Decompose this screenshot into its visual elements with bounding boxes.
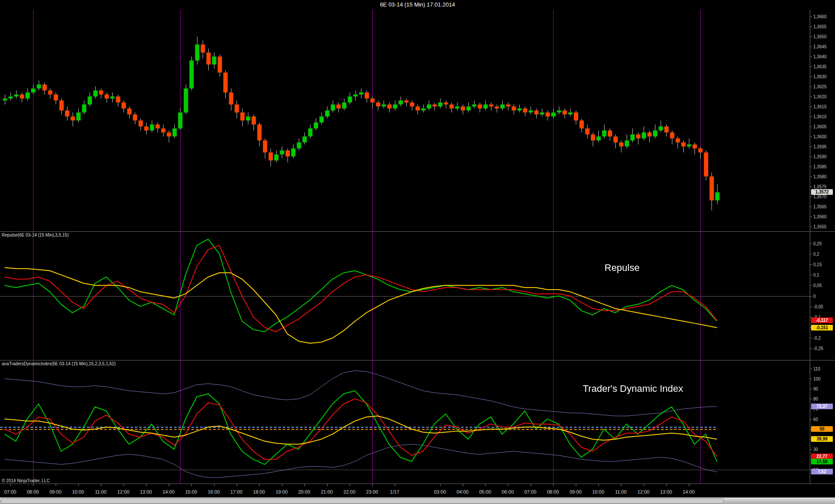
time-axis-tick — [508, 484, 508, 486]
time-axis-tick — [259, 484, 260, 486]
time-axis-tick — [531, 484, 531, 486]
axis-tick — [810, 244, 812, 244]
axis-label: 1,3560 — [813, 214, 827, 219]
time-axis-tick — [327, 484, 327, 486]
time-axis-tick — [576, 484, 576, 486]
axis-tick — [810, 207, 812, 207]
time-axis-label: 1/17 — [390, 489, 399, 494]
time-axis-tick — [395, 484, 395, 486]
repulse-parameters-label: Repulse(6E 03-14 (15 Min),3,5,15) — [2, 233, 69, 237]
time-axis-label: 14:00 — [163, 489, 175, 494]
time-axis-label: 19:00 — [276, 489, 288, 494]
axis-tick — [810, 389, 812, 389]
axis-tick — [810, 348, 812, 349]
time-axis-label: 15:00 — [185, 489, 197, 494]
time-axis-label: 13:00 — [140, 489, 152, 494]
tdi-panel: anaTradersDynamicIndex(6E 03-14 (15 Min)… — [0, 360, 835, 484]
time-axis-label: 08:00 — [27, 489, 39, 494]
chart-title: 6E 03-14 (15 Min) 17.01.2014 — [0, 0, 835, 10]
time-axis-tick — [553, 484, 554, 486]
price-panel: 1,36601,36551,36501,36451,36401,36351,36… — [0, 10, 835, 231]
value-badge: 17,58 — [811, 459, 833, 464]
time-axis-label: 08:00 — [547, 489, 559, 494]
time-axis-tick — [372, 484, 373, 486]
value-badge: -0,151 — [811, 325, 833, 330]
axis-tick — [810, 227, 812, 227]
axis-tick — [810, 97, 812, 97]
time-axis-label: 21:00 — [321, 489, 333, 494]
time-axis-label: 23:00 — [366, 489, 378, 494]
axis-tick — [810, 187, 812, 187]
time-axis-tick — [304, 484, 305, 486]
time-axis-label: 10:00 — [72, 489, 84, 494]
time-axis-label: 13:00 — [660, 489, 672, 494]
time-axis-label: 10:00 — [592, 489, 605, 494]
axis-label: 1,3575 — [813, 184, 827, 189]
axis-label: 90 — [813, 387, 818, 391]
time-axis-label: 05:00 — [479, 489, 491, 494]
time-axis-label: 17:00 — [230, 489, 243, 494]
time-axis-label: 14:00 — [683, 489, 695, 494]
axis-tick — [810, 17, 812, 17]
time-axis-tick — [237, 484, 237, 486]
time-axis-label: 22:00 — [344, 489, 356, 494]
repulse-axis[interactable]: 0,250,20,150,10,050-0,05-0,1-0,15-0,2-0,… — [810, 232, 835, 360]
value-badge: 39,99 — [811, 436, 833, 442]
axis-label: 1,3600 — [813, 134, 827, 139]
value-badge: -0,117 — [811, 317, 833, 323]
axis-label: 1,3605 — [813, 124, 827, 129]
axis-tick — [810, 147, 812, 147]
axis-label: 1,3580 — [813, 174, 827, 179]
axis-label: 0,1 — [813, 273, 819, 277]
axis-tick — [810, 197, 812, 197]
value-badge: 72,37 — [811, 404, 833, 409]
tdi-axis[interactable]: 11010090807060504030201072,375039,9922,7… — [810, 360, 835, 484]
axis-tick — [810, 254, 812, 254]
scrollbar-thumb[interactable] — [1, 498, 724, 504]
repulse-panel: Repulse(6E 03-14 (15 Min),3,5,15) Repuls… — [0, 231, 835, 360]
axis-tick — [810, 338, 812, 338]
repulse-indicator-canvas[interactable] — [0, 232, 810, 360]
axis-label: -0,05 — [813, 304, 823, 309]
axis-label: 1,3570 — [813, 194, 827, 199]
time-axis-tick — [621, 484, 621, 486]
time-axis-label: 18:00 — [253, 489, 265, 494]
tdi-indicator-canvas[interactable] — [0, 360, 810, 484]
axis-label: 1,3595 — [813, 144, 827, 149]
time-axis-label: 03:00 — [434, 489, 446, 494]
axis-label: 1,3585 — [813, 164, 827, 169]
axis-tick — [810, 87, 812, 87]
axis-label: 30 — [813, 447, 818, 452]
axis-label: 1,3645 — [813, 44, 827, 49]
axis-label: 0,05 — [813, 283, 822, 288]
time-axis-label: 09:00 — [570, 489, 582, 494]
axis-tick — [810, 419, 812, 420]
value-badge: 22,77 — [811, 454, 833, 459]
copyright-label: © 2014 NinjaTrader, LLC — [2, 478, 50, 483]
time-axis-tick — [101, 484, 101, 486]
tdi-watermark-label: Trader's Dynamic Index — [583, 383, 683, 394]
axis-label: 0,25 — [813, 241, 822, 246]
candlestick-chart-canvas[interactable] — [0, 10, 810, 231]
axis-label: 1,3590 — [813, 154, 827, 159]
horizontal-scrollbar[interactable] — [0, 497, 835, 504]
time-axis-label: 11:00 — [615, 489, 627, 494]
time-axis-label: 06:00 — [502, 489, 514, 494]
axis-label: 1,3660 — [813, 14, 827, 19]
axis-tick — [810, 47, 812, 47]
time-axis-label: 07:00 — [4, 489, 17, 494]
axis-label: 0,15 — [813, 262, 822, 267]
time-axis-tick — [350, 484, 350, 486]
time-axis-tick — [214, 484, 214, 486]
axis-label: 1,3610 — [813, 114, 827, 119]
time-axis-label: 16:00 — [208, 489, 220, 494]
time-axis-tick — [666, 484, 667, 486]
time-axis-tick — [124, 484, 124, 486]
axis-label: 1,3630 — [813, 74, 827, 79]
axis-label: 1,3625 — [813, 84, 827, 89]
axis-tick — [810, 57, 812, 57]
time-axis-tick — [146, 484, 147, 486]
price-axis[interactable]: 1,36601,36551,36501,36451,36401,36351,36… — [810, 10, 835, 231]
time-axis[interactable]: 07:0008:0009:0010:0011:0012:0013:0014:00… — [0, 484, 835, 497]
time-axis-tick — [598, 484, 599, 486]
